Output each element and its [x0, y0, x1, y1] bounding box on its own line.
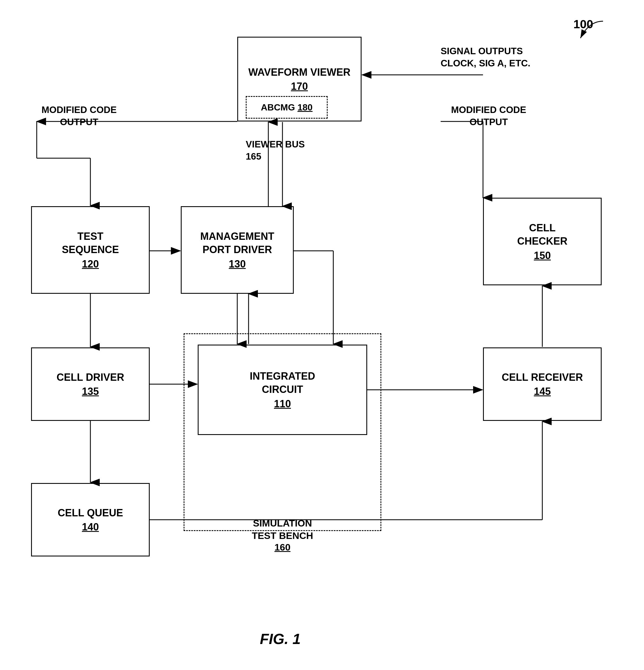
cell-checker-label: CELLCHECKER — [517, 222, 567, 248]
abcmg-box: ABCMG 180 — [246, 96, 328, 119]
diagram-container: 100 WAVEFORM VIEWER 170 ABCMG 180 TESTSE… — [0, 0, 644, 670]
cell-queue-label: CELL QUEUE — [58, 507, 123, 520]
simulation-test-bench-label-area: SIMULATIONTEST BENCH 160 — [184, 517, 381, 553]
integrated-circuit-box: INTEGRATEDCIRCUIT 110 — [198, 345, 367, 435]
simulation-test-bench-label: SIMULATIONTEST BENCH — [252, 518, 313, 541]
integrated-circuit-label: INTEGRATEDCIRCUIT — [250, 370, 315, 396]
cell-checker-box: CELLCHECKER 150 — [483, 198, 602, 285]
waveform-viewer-label: WAVEFORM VIEWER — [248, 66, 350, 79]
cell-receiver-number: 145 — [534, 386, 551, 398]
test-sequence-label: TESTSEQUENCE — [62, 230, 119, 256]
management-port-driver-number: 130 — [229, 258, 246, 270]
management-port-driver-label: MANAGEMENTPORT DRIVER — [200, 230, 274, 256]
cell-driver-label: CELL DRIVER — [56, 371, 124, 384]
cell-queue-box: CELL QUEUE 140 — [31, 483, 150, 557]
cell-driver-box: CELL DRIVER 135 — [31, 347, 150, 421]
waveform-viewer-number: 170 — [291, 80, 308, 92]
modified-code-output-left-label: MODIFIED CODEOUTPUT — [31, 104, 127, 128]
modified-code-output-right-label: MODIFIED CODEOUTPUT — [441, 104, 537, 128]
cell-receiver-label: CELL RECEIVER — [502, 371, 583, 384]
management-port-driver-box: MANAGEMENTPORT DRIVER 130 — [181, 206, 294, 294]
viewer-bus-label: VIEWER BUS165 — [246, 138, 319, 163]
cell-checker-number: 150 — [534, 250, 551, 262]
simulation-test-bench-number: 160 — [274, 542, 291, 552]
cell-driver-number: 135 — [82, 386, 99, 398]
test-sequence-box: TESTSEQUENCE 120 — [31, 206, 150, 294]
cell-receiver-box: CELL RECEIVER 145 — [483, 347, 602, 421]
abcmg-label: ABCMG 180 — [261, 102, 312, 113]
figure-label: FIG. 1 — [260, 630, 300, 647]
integrated-circuit-number: 110 — [274, 398, 291, 410]
cell-queue-number: 140 — [82, 521, 99, 533]
signal-outputs-label: SIGNAL OUTPUTSCLOCK, SIG A, ETC. — [441, 45, 582, 69]
test-sequence-number: 120 — [82, 258, 99, 270]
